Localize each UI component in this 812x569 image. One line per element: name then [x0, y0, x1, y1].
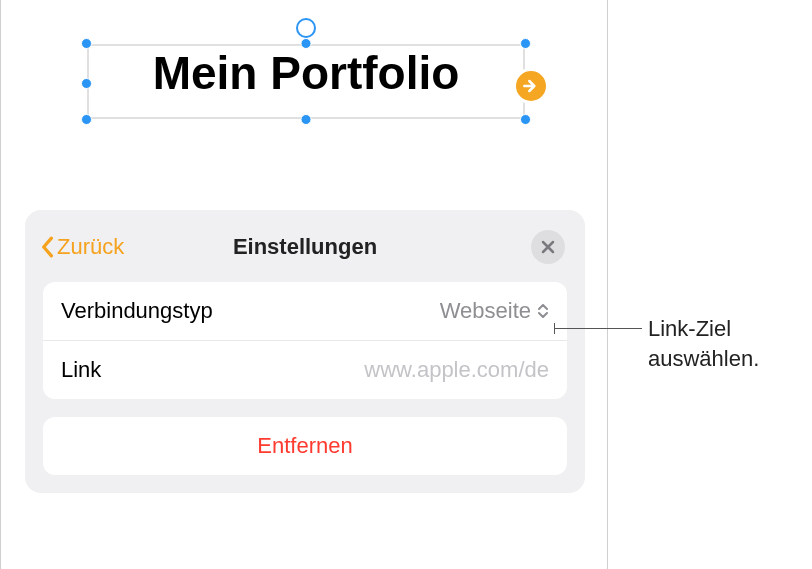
connection-type-value-text: Webseite — [440, 298, 531, 324]
resize-handle-tr[interactable] — [520, 38, 531, 49]
link-label: Link — [61, 357, 101, 383]
callout-line2: auswählen. — [648, 346, 759, 371]
link-settings-popover: Zurück Einstellungen Verbindungstyp Webs… — [25, 210, 585, 493]
connection-type-value: Webseite — [440, 298, 549, 324]
close-icon — [541, 240, 555, 254]
callout-line1: Link-Ziel — [648, 316, 731, 341]
link-value: www.apple.com/de — [364, 357, 549, 383]
connection-type-label: Verbindungstyp — [61, 298, 213, 324]
chevron-left-icon — [39, 236, 55, 258]
remove-label: Entfernen — [257, 433, 352, 458]
link-indicator-icon[interactable] — [513, 68, 549, 104]
back-label: Zurück — [57, 234, 124, 260]
popover-header: Zurück Einstellungen — [25, 226, 585, 282]
back-button[interactable]: Zurück — [39, 234, 124, 260]
popover-title: Einstellungen — [233, 234, 377, 260]
text-box-content: Mein Portfolio — [153, 46, 460, 100]
settings-section: Verbindungstyp Webseite Link www.apple.c… — [43, 282, 567, 399]
canvas-area: Mein Portfolio Zurück Einstellungen — [0, 0, 608, 569]
selected-text-box[interactable]: Mein Portfolio — [81, 20, 531, 125]
resize-handle-bm[interactable] — [301, 114, 312, 125]
callout-leader-line — [554, 328, 642, 329]
resize-handle-br[interactable] — [520, 114, 531, 125]
close-button[interactable] — [531, 230, 565, 264]
rotation-handle[interactable] — [296, 18, 316, 38]
resize-handle-bl[interactable] — [81, 114, 92, 125]
link-row[interactable]: Link www.apple.com/de — [43, 340, 567, 399]
resize-handle-ml[interactable] — [81, 78, 92, 89]
updown-icon — [537, 304, 549, 318]
connection-type-row[interactable]: Verbindungstyp Webseite — [43, 282, 567, 340]
remove-button[interactable]: Entfernen — [43, 417, 567, 475]
resize-handle-tl[interactable] — [81, 38, 92, 49]
callout-text: Link-Ziel auswählen. — [648, 314, 759, 373]
